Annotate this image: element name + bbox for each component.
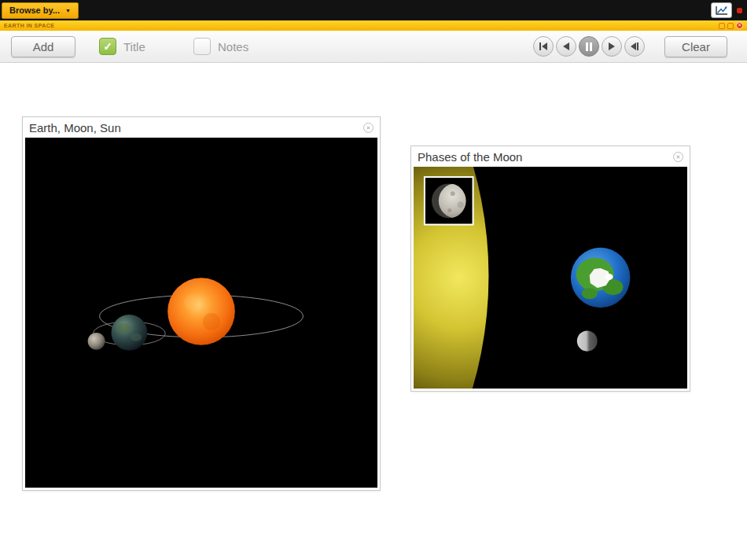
chevron-down-icon: ▼ bbox=[65, 8, 71, 13]
panel-title: Earth, Moon, Sun bbox=[29, 121, 121, 134]
earth bbox=[112, 315, 148, 351]
step-forward-button[interactable] bbox=[602, 36, 622, 57]
minimize-icon[interactable] bbox=[719, 23, 725, 29]
check-icon: ✓ bbox=[103, 40, 112, 53]
step-back-icon bbox=[562, 42, 570, 50]
add-button[interactable]: Add bbox=[11, 36, 75, 57]
earth bbox=[571, 248, 631, 308]
top-bar-right bbox=[711, 2, 747, 18]
title-checkbox[interactable]: ✓ bbox=[99, 38, 116, 55]
title-checkbox-group[interactable]: ✓ Title bbox=[99, 38, 145, 55]
trend-chart-button[interactable] bbox=[711, 2, 732, 18]
app-title: EARTH IN SPACE bbox=[4, 23, 54, 28]
earth-continent bbox=[116, 323, 131, 333]
panel-phases-header: Phases of the Moon ✕ bbox=[411, 146, 690, 167]
playback-controls bbox=[533, 36, 645, 57]
earth-continent bbox=[131, 333, 142, 341]
step-back-button[interactable] bbox=[556, 36, 576, 57]
panel-earth-moon-sun-header: Earth, Moon, Sun ✕ bbox=[23, 117, 380, 138]
moon bbox=[88, 333, 105, 350]
app-title-bar: EARTH IN SPACE ✕ bbox=[0, 20, 747, 31]
panel-phases-of-the-moon[interactable]: Phases of the Moon ✕ bbox=[410, 146, 690, 392]
sun-texture-spot bbox=[203, 313, 220, 330]
pause-icon bbox=[585, 42, 593, 51]
window-controls: ✕ bbox=[719, 22, 743, 29]
toolbar: Add ✓ Title Notes bbox=[0, 31, 747, 63]
close-window-icon[interactable]: ✕ bbox=[736, 22, 743, 29]
maximize-icon[interactable] bbox=[727, 23, 734, 29]
earth-moon-sun-canvas[interactable] bbox=[25, 138, 377, 488]
notes-checkbox-label: Notes bbox=[218, 40, 248, 53]
step-forward-icon bbox=[608, 42, 616, 50]
phases-scene bbox=[414, 167, 687, 389]
pause-button[interactable] bbox=[579, 36, 599, 57]
clear-button[interactable]: Clear bbox=[664, 36, 727, 57]
skip-to-end-icon bbox=[630, 42, 639, 50]
moon-phase-thumbnail bbox=[425, 177, 473, 224]
trend-chart-icon bbox=[715, 6, 728, 16]
browse-by-label: Browse by... bbox=[9, 6, 60, 15]
orbit-scene bbox=[25, 138, 377, 488]
close-icon[interactable]: ✕ bbox=[673, 152, 683, 162]
notes-checkbox[interactable] bbox=[193, 38, 211, 55]
sun bbox=[167, 278, 235, 345]
notification-dot bbox=[737, 8, 742, 13]
phases-canvas[interactable] bbox=[414, 167, 687, 389]
panel-title: Phases of the Moon bbox=[418, 150, 522, 164]
skip-to-start-icon bbox=[539, 42, 548, 50]
panel-earth-moon-sun[interactable]: Earth, Moon, Sun ✕ bbox=[22, 116, 381, 491]
sun-texture-spot bbox=[184, 295, 198, 309]
notes-checkbox-group[interactable]: Notes bbox=[193, 38, 248, 55]
close-icon[interactable]: ✕ bbox=[363, 123, 374, 133]
moon bbox=[577, 330, 598, 351]
app-window: Browse by... ▼ EARTH IN SPACE ✕ Add bbox=[0, 0, 747, 560]
skip-to-end-button[interactable] bbox=[624, 36, 645, 57]
skip-to-start-button[interactable] bbox=[533, 36, 554, 57]
title-checkbox-label: Title bbox=[123, 40, 145, 53]
browse-by-button[interactable]: Browse by... ▼ bbox=[2, 2, 79, 19]
top-bar: Browse by... ▼ bbox=[0, 0, 747, 20]
